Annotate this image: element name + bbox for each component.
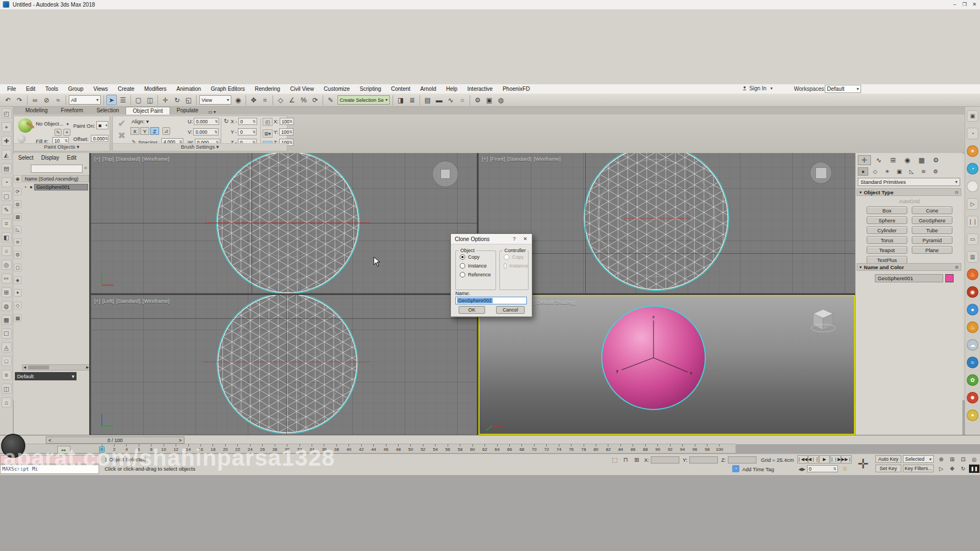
menu-tools[interactable]: Tools xyxy=(40,86,63,92)
align-icon[interactable]: ≣ xyxy=(407,95,417,105)
current-frame-field[interactable]: 0 ⇅ xyxy=(807,465,838,472)
tool-icon-3[interactable]: ▦ xyxy=(14,213,21,221)
autogrid-label[interactable]: AutoGrid xyxy=(856,198,963,204)
tool-icon-21[interactable]: ⌂ xyxy=(2,397,12,407)
paint-on-dropdown[interactable]: ◙▾ xyxy=(96,121,108,129)
timeline-tick[interactable]: 74 xyxy=(555,444,563,454)
select-object-icon[interactable]: ➤ xyxy=(106,95,117,105)
menu-customize[interactable]: Customize xyxy=(319,86,355,92)
right-toolbar-icon-5[interactable]: ▷ xyxy=(967,198,978,210)
tool-icon-12[interactable]: ✏ xyxy=(2,274,12,283)
timeline-tick[interactable]: 34 xyxy=(308,444,315,454)
menu-modifiers[interactable]: Modifiers xyxy=(139,86,172,92)
previous-frame-button[interactable]: ◀❘❘ xyxy=(808,455,819,463)
viewport-label-part-3[interactable]: [Wireframe] xyxy=(142,156,169,162)
right-toolbar-icon-14[interactable]: ≈ xyxy=(967,357,978,368)
tool-icon-20[interactable]: ◫ xyxy=(2,384,12,394)
tool-icon-14[interactable]: ◍ xyxy=(2,301,12,311)
timeline-tick[interactable]: 54 xyxy=(432,444,439,454)
timeline-tick[interactable]: 78 xyxy=(580,444,587,454)
viewport-label-part-0[interactable]: [+] xyxy=(482,156,488,162)
key-filters-button[interactable]: Key Filters... xyxy=(903,465,934,472)
timeline-tick[interactable]: 88 xyxy=(641,444,649,454)
paint-fill-icon[interactable] xyxy=(18,135,26,143)
timeline-tick[interactable]: 38 xyxy=(333,444,340,454)
viewport-top[interactable]: [+][Top][Standard][Wireframe] xyxy=(91,153,477,293)
paint-object-dropdown[interactable]: No Object... ▾ xyxy=(36,121,69,127)
rectangular-selection-region-icon[interactable]: ▢ xyxy=(133,95,144,105)
timeline-tick[interactable]: 30 xyxy=(284,444,291,454)
object-type-rollout[interactable]: ▾ Object Type ⊟ xyxy=(857,188,961,196)
select-and-move-icon[interactable]: ✛ xyxy=(160,95,171,105)
selection-set-dropdown[interactable]: Selected ▾ xyxy=(903,455,934,463)
create-category-4[interactable]: ◺ xyxy=(906,167,917,176)
viewport-label-part-2[interactable]: [Standard] xyxy=(116,156,140,162)
right-toolbar-icon-17[interactable]: ✦ xyxy=(967,410,978,421)
tool-icon-18[interactable]: □ xyxy=(2,356,12,366)
explorer-horizontal-scrollbar[interactable]: ◄ ► xyxy=(22,364,90,370)
explorer-search-input[interactable] xyxy=(31,165,83,173)
ribbon-tab-populate[interactable]: Populate xyxy=(170,107,205,114)
align-dropdown[interactable]: Align: ▾ xyxy=(132,118,149,124)
clone-name-input[interactable]: GeoSphere002 xyxy=(455,297,527,304)
object-name-field[interactable]: GeoSphere001 xyxy=(875,274,943,282)
command-panel-tab-4[interactable]: ▦ xyxy=(915,155,928,165)
command-panel-tab-5[interactable]: ⚙ xyxy=(929,155,943,165)
explorer-menu-display[interactable]: Display xyxy=(41,155,59,161)
select-and-scale-icon[interactable]: ◱ xyxy=(183,95,194,105)
timeline-tick[interactable]: 66 xyxy=(505,444,513,454)
schematic-view-icon[interactable]: ○ xyxy=(457,95,467,105)
field-input[interactable]: 0.000⇅ xyxy=(193,128,219,135)
right-toolbar-icon-3[interactable]: ◔ xyxy=(967,163,978,174)
timeline-tick[interactable]: 60 xyxy=(469,444,476,454)
viewport-label-part-3[interactable]: [Wireframe] xyxy=(533,156,560,162)
select-and-rotate-icon[interactable]: ↻ xyxy=(172,95,182,105)
menu-scripting[interactable]: Scripting xyxy=(355,86,386,92)
tool-icon-2[interactable]: ✚ xyxy=(2,136,12,146)
create-category-0[interactable]: ● xyxy=(858,167,868,176)
menu-content[interactable]: Content xyxy=(386,86,415,92)
selection-filter-dropdown[interactable]: All▾ xyxy=(69,95,101,105)
time-slider[interactable]: < 0 / 100 > xyxy=(46,437,184,444)
mini-curve-editor-button[interactable]: ▸▸ xyxy=(57,446,70,454)
spinner-snap-toggle-icon[interactable]: ⟳ xyxy=(310,95,320,105)
select-and-manipulate-icon[interactable]: ✥ xyxy=(248,95,259,105)
explorer-menu-edit[interactable]: Edit xyxy=(67,155,77,161)
frame-nudge-icon[interactable]: ◀▶ xyxy=(797,465,807,473)
axis-z-button[interactable]: Z xyxy=(150,127,159,135)
maximize-viewport-toggle-button[interactable]: ❚❚ xyxy=(969,465,979,473)
timeline-tick[interactable]: 58 xyxy=(456,444,464,454)
spinner-icon[interactable]: ⇅ xyxy=(252,130,255,134)
menu-graph-editors[interactable]: Graph Editors xyxy=(206,86,250,92)
brush-settings-caption[interactable]: Brush Settings ▾ xyxy=(113,143,287,151)
snaps-toggle-icon[interactable]: ◇ xyxy=(275,95,286,105)
viewport-label-part-1[interactable]: [Top] xyxy=(102,156,114,162)
menu-group[interactable]: Group xyxy=(63,86,89,92)
pin-icon[interactable]: ⊟ xyxy=(955,190,959,195)
timeline-tick[interactable]: 56 xyxy=(444,444,451,454)
right-toolbar-icon-8[interactable]: ▥ xyxy=(967,251,978,263)
ribbon-tab-selection[interactable]: Selection xyxy=(90,107,126,114)
menu-create[interactable]: Create xyxy=(113,86,139,92)
command-panel-tab-0[interactable]: ✛ xyxy=(858,155,871,165)
tool-icon-15[interactable]: ▦ xyxy=(2,315,12,325)
tool-icon-9[interactable]: ◧ xyxy=(2,232,12,242)
tool-icon-11[interactable]: ▩ xyxy=(14,314,21,322)
zoom-button[interactable]: ⊕ xyxy=(936,455,946,463)
right-toolbar-icon-13[interactable]: ☁ xyxy=(967,339,978,351)
tool-icon-19[interactable]: ≡ xyxy=(2,370,12,380)
right-toolbar-icon-11[interactable]: ● xyxy=(967,304,978,315)
radio-copy[interactable]: Copy xyxy=(460,254,496,260)
primitive-button-geosphere[interactable]: GeoSphere xyxy=(912,216,952,224)
timeline-tick[interactable]: 42 xyxy=(357,444,365,454)
create-category-5[interactable]: ≋ xyxy=(918,167,929,176)
orbit-button[interactable]: ↻ xyxy=(958,465,968,473)
help-icon[interactable]: ? xyxy=(510,236,518,243)
track-bar[interactable]: ▸▸ 0246810121416182022242628303234363840… xyxy=(0,444,736,454)
angle-snap-toggle-icon[interactable]: ∠ xyxy=(287,95,297,105)
timeline-tick[interactable]: 8 xyxy=(148,444,155,454)
tool-icon-8[interactable]: ◈ xyxy=(14,276,21,284)
tool-icon-4[interactable]: ▤ xyxy=(2,163,12,173)
menu-help[interactable]: Help xyxy=(441,86,462,92)
keyboard-shortcut-override-icon[interactable]: ⌗ xyxy=(260,95,270,105)
